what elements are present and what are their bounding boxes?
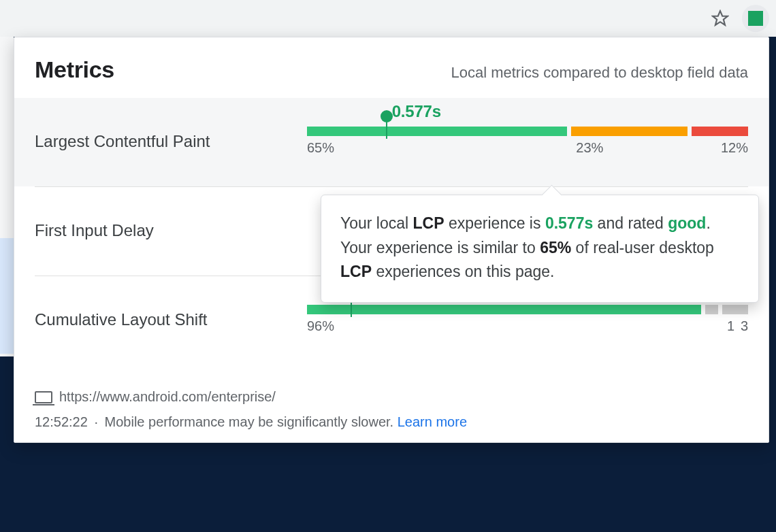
segment-poor (722, 305, 748, 314)
tooltip-text: of real-user desktop (571, 239, 714, 256)
segment-poor-label: 12% (721, 140, 748, 156)
bookmark-star-icon[interactable] (708, 6, 732, 31)
metric-local-value: 0.577s (392, 102, 441, 121)
tooltip-metric-abbrev: LCP (340, 263, 372, 280)
tooltip-text: experiences on this page. (372, 263, 555, 280)
segment-needs-improvement (705, 305, 718, 314)
panel-subtitle: Local metrics compared to desktop field … (451, 64, 748, 82)
tooltip-text: Your local (340, 214, 413, 232)
segment-poor (692, 127, 748, 136)
tooltip-percent: 65% (540, 239, 571, 256)
panel-footer: https://www.android.com/enterprise/ 12:5… (14, 365, 769, 430)
page-background (0, 238, 14, 354)
metric-row-lcp[interactable]: Largest Contentful Paint 0.577s 65% 23% … (14, 98, 769, 186)
profile-avatar-button[interactable] (742, 5, 769, 32)
learn-more-link[interactable]: Learn more (398, 414, 467, 429)
panel-header: Metrics Local metrics compared to deskto… (14, 37, 769, 98)
tooltip-value: 0.577s (545, 214, 593, 232)
metric-name: Largest Contentful Paint (35, 132, 293, 151)
metric-name: Cumulative Layout Shift (35, 310, 293, 329)
metric-distribution-chart: 0.577s 65% 23% 12% (307, 121, 748, 162)
local-value-marker-icon (386, 118, 387, 139)
segment-poor-label: 3 (741, 318, 748, 334)
metric-tooltip: Your local LCP experience is 0.577s and … (321, 195, 759, 303)
segment-ni-label: 23% (576, 140, 603, 156)
separator: · (94, 414, 98, 429)
web-vitals-panel: Metrics Local metrics compared to deskto… (14, 37, 769, 443)
panel-title: Metrics (35, 56, 114, 83)
timestamp: 12:52:22 (35, 414, 88, 429)
browser-omnibox-bar (0, 0, 776, 37)
segment-good-label: 65% (307, 140, 334, 156)
segment-good-label: 96% (307, 318, 334, 334)
metric-distribution-chart: 0.009 96% 1 3 (307, 299, 748, 340)
segment-ni-label: 1 (727, 318, 734, 334)
tooltip-rating: good (668, 214, 706, 232)
page-url: https://www.android.com/enterprise/ (59, 389, 276, 405)
svg-marker-0 (713, 11, 728, 25)
tooltip-text: experience is (444, 214, 545, 232)
metric-name: First Input Delay (35, 221, 293, 240)
footer-note: Mobile performance may be significantly … (105, 414, 394, 429)
tooltip-metric-abbrev: LCP (413, 214, 444, 232)
segment-good (307, 127, 567, 136)
segment-good (307, 305, 701, 314)
tooltip-text: and rated (593, 214, 668, 232)
avatar-icon (748, 11, 763, 26)
laptop-icon (35, 391, 52, 403)
segment-needs-improvement (571, 127, 688, 136)
